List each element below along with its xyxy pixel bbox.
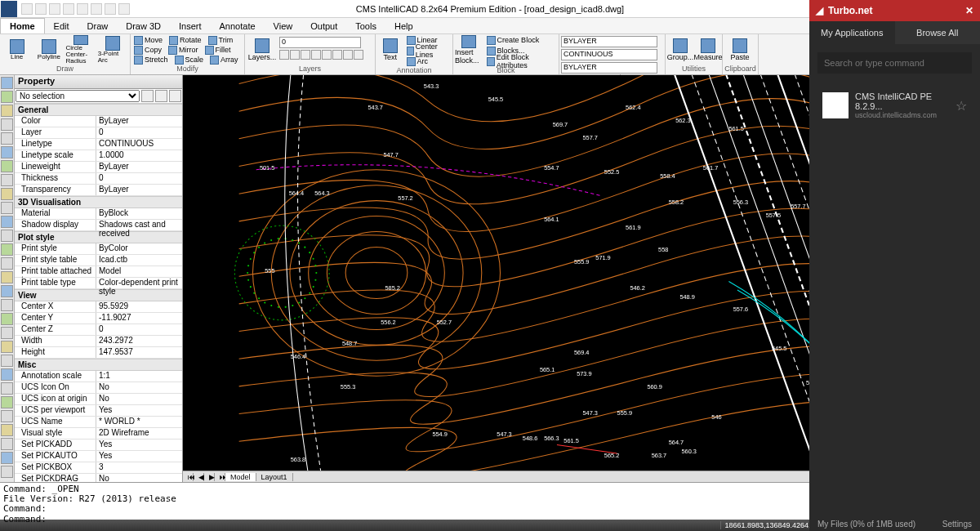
prop-row[interactable]: Set PICKADDYes — [15, 440, 182, 451]
tool-button[interactable] — [1, 257, 13, 270]
prop-row[interactable]: Center X95.5929 — [15, 301, 182, 313]
property-dropdown[interactable]: CONTINUOUS — [561, 49, 657, 60]
prop-value[interactable]: Yes — [96, 405, 182, 416]
turbo-app-item[interactable]: CMS IntelliCAD PE 8.2.9... uscloud.intel… — [817, 87, 972, 124]
qat-button[interactable] — [63, 3, 74, 15]
menu-tab-edit[interactable]: Edit — [45, 18, 78, 33]
scale-button[interactable]: Scale — [173, 55, 206, 65]
tab-nav-last[interactable]: ⏭ — [215, 473, 225, 481]
prop-value[interactable]: Color-dependent print style — [96, 278, 182, 288]
turbo-tab-myapps[interactable]: My Applications — [809, 21, 895, 44]
trim-button[interactable]: Trim — [207, 35, 235, 45]
prop-value[interactable]: 0 — [96, 324, 182, 335]
prop-value[interactable]: Model — [96, 266, 182, 277]
turbo-app-star-icon[interactable]: ☆ — [956, 98, 967, 114]
layer-tool-button[interactable] — [311, 50, 321, 60]
layer-tool-button[interactable] — [343, 50, 353, 60]
prop-value[interactable]: Icad.ctb — [96, 255, 182, 266]
prop-value[interactable]: ByLayer — [96, 116, 182, 127]
prop-row[interactable]: Set PICKDRAGNo — [15, 474, 182, 482]
tool-button[interactable] — [1, 216, 13, 228]
tool-button[interactable] — [1, 146, 13, 158]
tool-button[interactable] — [1, 118, 13, 131]
tool-button[interactable] — [1, 160, 13, 172]
prop-group-misc[interactable]: Misc — [15, 359, 182, 371]
menu-tab-tools[interactable]: Tools — [346, 18, 385, 33]
menu-tab-help[interactable]: Help — [385, 18, 422, 33]
tool-button[interactable] — [1, 466, 13, 478]
copy-button[interactable]: Copy — [132, 45, 163, 55]
layer-tool-button[interactable] — [290, 50, 300, 60]
prop-value[interactable]: ByLayer — [96, 162, 182, 172]
prop-btn1[interactable] — [141, 90, 154, 102]
tool-button[interactable] — [1, 285, 13, 297]
prop-row[interactable]: UCS Icon OnNo — [15, 382, 182, 394]
tool-button[interactable] — [1, 396, 13, 408]
tool-button[interactable] — [1, 202, 13, 214]
tab-nav-prev[interactable]: ◀ — [194, 473, 204, 481]
center-lines-button[interactable]: Center Lines — [405, 46, 451, 56]
layer-tool-button[interactable] — [332, 50, 342, 60]
turbo-footer-settings[interactable]: Settings — [942, 520, 972, 529]
property-dropdown[interactable]: BYLAYER — [561, 36, 657, 47]
tool-button[interactable] — [1, 368, 13, 381]
prop-value[interactable]: No — [96, 382, 182, 393]
prop-row[interactable]: Thickness0 — [15, 173, 182, 185]
arc-button[interactable]: Arc — [405, 56, 451, 66]
prop-value[interactable]: ByBlock — [96, 208, 182, 219]
prop-btn2[interactable] — [155, 90, 167, 102]
tool-button[interactable] — [1, 410, 13, 422]
prop-value[interactable]: 3 — [96, 462, 182, 473]
prop-group-3d-visualisation[interactable]: 3D Visualisation — [15, 196, 182, 208]
prop-row[interactable]: Width243.2972 — [15, 336, 182, 347]
move-button[interactable]: Move — [132, 35, 164, 45]
tool-button[interactable] — [1, 188, 13, 200]
rotate-button[interactable]: Rotate — [167, 35, 203, 45]
prop-row[interactable]: Center Z0 — [15, 324, 182, 336]
layer-tool-button[interactable] — [301, 50, 310, 60]
qat-button[interactable] — [35, 3, 47, 15]
tab-model[interactable]: Model — [225, 473, 256, 481]
stretch-button[interactable]: Stretch — [132, 55, 170, 65]
tool-button[interactable] — [1, 77, 13, 89]
qat-button[interactable] — [49, 3, 60, 15]
polyline-button[interactable]: Polyline — [33, 35, 64, 65]
tool-button[interactable] — [1, 230, 13, 242]
layer-tool-button[interactable] — [322, 50, 332, 60]
qat-button[interactable] — [21, 3, 33, 15]
prop-value[interactable]: 1:1 — [96, 371, 182, 382]
prop-value[interactable]: -11.9027 — [96, 313, 182, 324]
prop-value[interactable]: 2D Wireframe — [96, 428, 182, 439]
insert-block-button[interactable]: Insert Block... — [455, 35, 483, 65]
turbo-search-input[interactable] — [817, 52, 972, 74]
tool-button[interactable] — [1, 438, 13, 450]
tool-button[interactable] — [1, 299, 13, 311]
circle-center-radius-button[interactable]: Circle Center-Radius — [66, 35, 96, 65]
prop-row[interactable]: Print table attached toModel — [15, 266, 182, 278]
qat-button[interactable] — [77, 3, 88, 15]
prop-row[interactable]: Annotation scale1:1 — [15, 371, 182, 382]
--point-arc-button[interactable]: 3-Point Arc — [98, 35, 128, 65]
tool-button[interactable] — [1, 424, 13, 436]
group-button[interactable]: Group... — [667, 35, 693, 65]
tab-nav-first[interactable]: ⏮ — [183, 473, 194, 481]
prop-btn3[interactable] — [169, 90, 181, 102]
prop-row[interactable]: Shadow displayShadows cast and received — [15, 220, 182, 231]
menu-tab-draw[interactable]: Draw — [78, 18, 118, 33]
tool-button[interactable] — [1, 313, 13, 325]
tool-button[interactable] — [1, 355, 13, 367]
create-block-button[interactable]: Create Block — [485, 35, 557, 45]
tool-button[interactable] — [1, 174, 13, 186]
prop-row[interactable]: Set PICKBOX3 — [15, 462, 182, 474]
prop-value[interactable]: 95.5929 — [96, 301, 182, 312]
layer-tool-button[interactable] — [354, 50, 363, 60]
turbo-tab-browse[interactable]: Browse All — [895, 21, 981, 44]
prop-row[interactable]: UCS icon at originNo — [15, 394, 182, 405]
prop-row[interactable]: Linetype scale1.0000 — [15, 150, 182, 162]
prop-row[interactable]: Set PICKAUTOYes — [15, 451, 182, 462]
prop-row[interactable]: MaterialByBlock — [15, 208, 182, 220]
prop-row[interactable]: Height147.9537 — [15, 347, 182, 359]
prop-value[interactable]: ByLayer — [96, 185, 182, 195]
prop-row[interactable]: Print styleByColor — [15, 243, 182, 255]
tool-button[interactable] — [1, 132, 13, 145]
